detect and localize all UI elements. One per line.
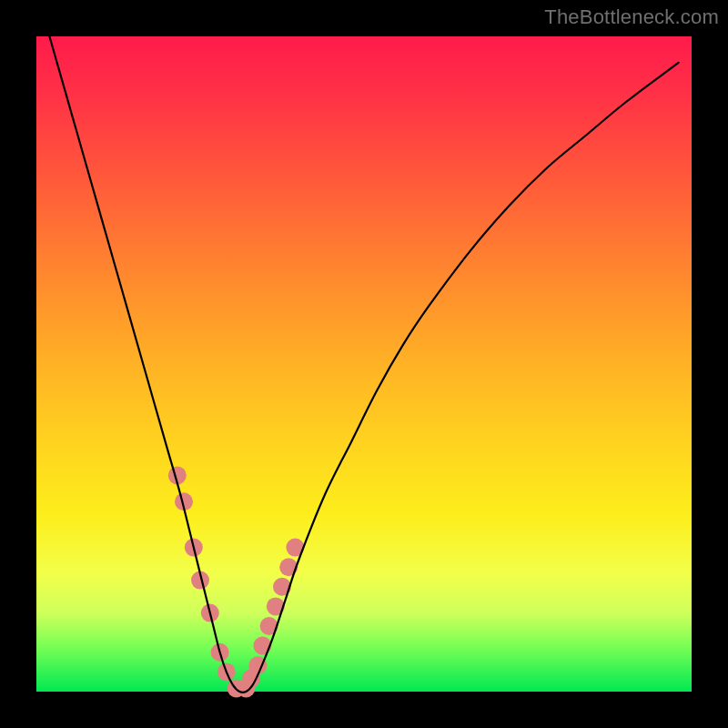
plot-area [36, 36, 692, 692]
chart-stage: TheBottleneck.com [0, 0, 728, 728]
highlight-dot [279, 558, 298, 576]
chart-svg [36, 36, 692, 692]
marker-layer [168, 466, 305, 697]
watermark-text: TheBottleneck.com [544, 5, 719, 29]
bottleneck-curve-path [49, 36, 678, 693]
